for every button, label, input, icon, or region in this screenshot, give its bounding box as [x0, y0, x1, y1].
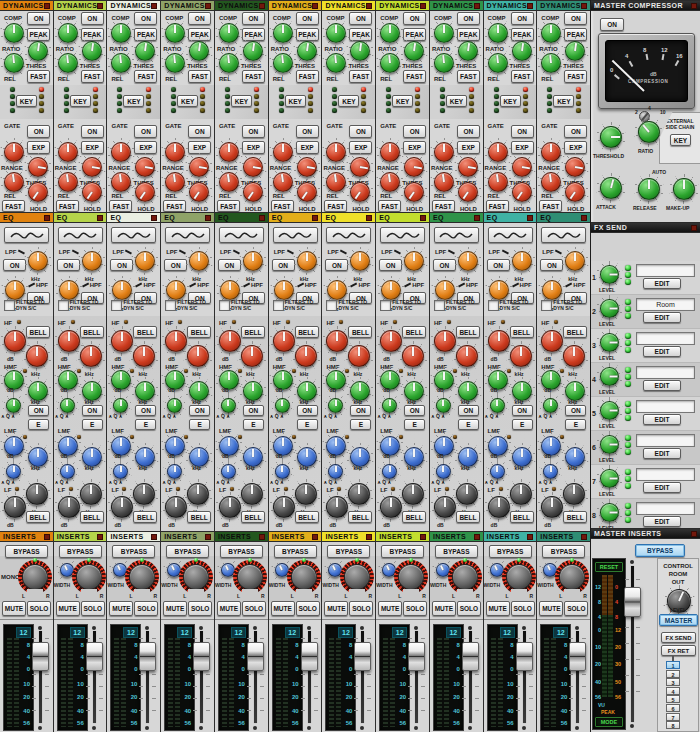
mute-button[interactable]: MUTE: [378, 601, 402, 616]
fx-send-level-knob[interactable]: [596, 499, 623, 526]
lf-bell-button[interactable]: BELL: [26, 511, 50, 523]
lpf-on-button[interactable]: ON: [487, 259, 510, 271]
gate-thres-knob[interactable]: [131, 153, 159, 181]
channel-fader[interactable]: [32, 642, 49, 671]
lpf-on-button[interactable]: ON: [540, 259, 563, 271]
channel-fader[interactable]: [193, 642, 210, 671]
lf-bell-button[interactable]: BELL: [80, 511, 104, 523]
eq-curve-button[interactable]: [380, 227, 425, 243]
comp-thres-knob[interactable]: [508, 37, 536, 65]
insert-bypass-button[interactable]: BYPASS: [5, 545, 48, 558]
channel-fader[interactable]: [139, 642, 156, 671]
comp-release-knob[interactable]: [107, 49, 135, 77]
comp-fast-button[interactable]: FAST: [457, 70, 480, 83]
channel-fader[interactable]: [462, 642, 479, 671]
lpf-on-button[interactable]: ON: [57, 259, 80, 271]
fx-send-name-field[interactable]: [636, 332, 695, 345]
gate-hold-knob[interactable]: [561, 178, 589, 206]
gate-on-button[interactable]: ON: [564, 125, 587, 138]
mf-e-button[interactable]: E: [350, 419, 371, 430]
mf-on-button[interactable]: ON: [404, 405, 425, 416]
lf-bell-button[interactable]: BELL: [402, 511, 426, 523]
comp-thres-knob[interactable]: [24, 37, 52, 65]
solo-button[interactable]: SOLO: [296, 601, 320, 616]
mf-e-button[interactable]: E: [404, 419, 425, 430]
fx-return-button-1[interactable]: 1: [666, 661, 680, 669]
fx-send-name-field[interactable]: [636, 434, 695, 447]
comp-on-button[interactable]: ON: [242, 12, 265, 25]
channel-fader[interactable]: [301, 642, 318, 671]
lpf-freq-knob[interactable]: [185, 247, 213, 275]
mf-e-button[interactable]: E: [82, 419, 103, 430]
comp-fast-button[interactable]: FAST: [81, 70, 104, 83]
fx-send-name-field[interactable]: Room: [636, 298, 695, 311]
lf-bell-button[interactable]: BELL: [456, 511, 480, 523]
mf-on-button[interactable]: ON: [28, 405, 49, 416]
key-button[interactable]: KEY: [231, 95, 252, 107]
control-room-fx-send-button[interactable]: FX SEND: [661, 632, 696, 643]
gate-thres-knob[interactable]: [78, 153, 106, 181]
comp-thres-knob[interactable]: [454, 37, 482, 65]
eq-curve-button[interactable]: [219, 227, 264, 243]
gate-fast-button[interactable]: FAST: [378, 200, 401, 212]
solo-button[interactable]: SOLO: [188, 601, 212, 616]
gate-thres-knob[interactable]: [508, 153, 536, 181]
comp-release-knob[interactable]: [0, 49, 28, 77]
mf-on-button[interactable]: ON: [458, 405, 479, 416]
gate-thres-knob[interactable]: [454, 153, 482, 181]
lpf-on-button[interactable]: ON: [325, 259, 348, 271]
fx-return-button-4[interactable]: 4: [666, 687, 680, 695]
filters-to-dyn-checkbox[interactable]: [273, 300, 284, 311]
eq-curve-button[interactable]: [541, 227, 586, 243]
gate-thres-knob[interactable]: [24, 153, 52, 181]
gate-thres-knob[interactable]: [346, 153, 374, 181]
mute-button[interactable]: MUTE: [56, 601, 80, 616]
master-attack-knob[interactable]: [596, 173, 626, 203]
eq-curve-button[interactable]: [326, 227, 371, 243]
gate-fast-button[interactable]: FAST: [2, 200, 25, 212]
control-room-master-button[interactable]: MASTER: [659, 614, 698, 626]
comp-on-button[interactable]: ON: [81, 12, 104, 25]
channel-fader[interactable]: [408, 642, 425, 671]
gate-hold-knob[interactable]: [185, 178, 213, 206]
gate-hold-knob[interactable]: [346, 178, 374, 206]
solo-button[interactable]: SOLO: [457, 601, 481, 616]
mf-e-button[interactable]: E: [189, 419, 210, 430]
gate-on-button[interactable]: ON: [403, 125, 426, 138]
eq-curve-button[interactable]: [111, 227, 156, 243]
pan-knob[interactable]: [340, 560, 374, 594]
side-chain-key-button[interactable]: KEY: [670, 134, 691, 146]
gate-on-button[interactable]: ON: [27, 125, 50, 138]
fx-send-edit-button[interactable]: EDIT: [643, 414, 681, 425]
mf-on-button[interactable]: ON: [297, 405, 318, 416]
comp-on-button[interactable]: ON: [296, 12, 319, 25]
filters-to-dyn-checkbox[interactable]: [488, 300, 499, 311]
filters-to-dyn-checkbox[interactable]: [541, 300, 552, 311]
comp-fast-button[interactable]: FAST: [349, 70, 372, 83]
pan-knob[interactable]: [179, 560, 213, 594]
pan-knob[interactable]: [394, 560, 428, 594]
mute-button[interactable]: MUTE: [539, 601, 563, 616]
mf-on-button[interactable]: ON: [350, 405, 371, 416]
solo-button[interactable]: SOLO: [242, 601, 266, 616]
gate-fast-button[interactable]: FAST: [217, 200, 240, 212]
master-comp-on-button[interactable]: ON: [600, 18, 624, 31]
lpf-freq-knob[interactable]: [454, 247, 482, 275]
lpf-on-button[interactable]: ON: [3, 259, 26, 271]
comp-thres-knob[interactable]: [78, 37, 106, 65]
fx-send-name-field[interactable]: [636, 366, 695, 379]
solo-button[interactable]: SOLO: [403, 601, 427, 616]
fx-send-edit-button[interactable]: EDIT: [643, 516, 681, 527]
mf-e-button[interactable]: E: [458, 419, 479, 430]
pan-knob[interactable]: [287, 560, 321, 594]
comp-thres-knob[interactable]: [346, 37, 374, 65]
comp-on-button[interactable]: ON: [188, 12, 211, 25]
mute-button[interactable]: MUTE: [486, 601, 510, 616]
gate-hold-knob[interactable]: [24, 178, 52, 206]
comp-fast-button[interactable]: FAST: [134, 70, 157, 83]
insert-bypass-button[interactable]: BYPASS: [381, 545, 424, 558]
fx-return-button-3[interactable]: 3: [666, 678, 680, 686]
comp-thres-knob[interactable]: [185, 37, 213, 65]
control-room-fx-ret-button[interactable]: FX RET: [661, 645, 696, 656]
mf-e-button[interactable]: E: [512, 419, 533, 430]
